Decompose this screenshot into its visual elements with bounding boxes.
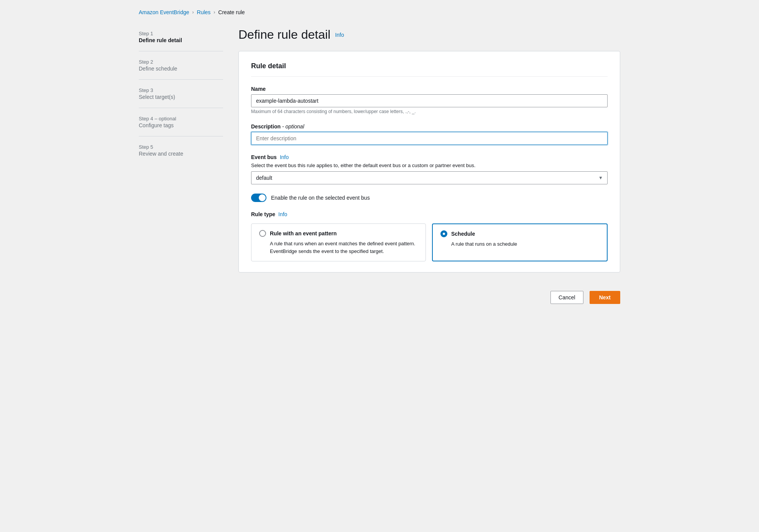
name-input[interactable] (251, 94, 608, 107)
step-4-title: Configure tags (139, 122, 223, 128)
content-area: Define rule detail Info Rule detail Name… (238, 28, 620, 304)
cancel-button[interactable]: Cancel (550, 291, 583, 304)
footer-bar: Cancel Next (238, 285, 620, 304)
rule-detail-card: Rule detail Name Maximum of 64 character… (238, 51, 620, 273)
breadcrumb-sep-2: › (214, 10, 215, 15)
event-pattern-radio[interactable] (259, 230, 266, 237)
step-item-4: Step 4 – optional Configure tags (139, 116, 223, 136)
event-bus-label-row: Event bus Info (251, 154, 608, 160)
event-pattern-header: Rule with an event pattern (259, 230, 418, 237)
toggle-label: Enable the rule on the selected event bu… (271, 195, 370, 201)
step-5-title: Review and create (139, 151, 223, 157)
breadcrumb-home[interactable]: Amazon EventBridge (139, 9, 189, 15)
enable-rule-toggle[interactable] (251, 194, 266, 202)
breadcrumb-sep-1: › (192, 10, 194, 15)
step-1-title: Define rule detail (139, 37, 223, 43)
enable-rule-toggle-row: Enable the rule on the selected event bu… (251, 194, 608, 202)
rule-type-radio-cards: Rule with an event pattern A rule that r… (251, 223, 608, 261)
step-3-label: Step 3 (139, 87, 223, 93)
breadcrumb-rules[interactable]: Rules (197, 9, 211, 15)
page-title: Define rule detail Info (238, 28, 620, 42)
description-input[interactable] (251, 132, 608, 145)
next-button[interactable]: Next (590, 291, 620, 304)
step-2-label: Step 2 (139, 59, 223, 65)
event-bus-select-wrapper: default custom ▼ (251, 171, 608, 184)
card-title: Rule detail (251, 62, 608, 77)
event-pattern-desc: A rule that runs when an event matches t… (259, 240, 418, 255)
step-item-1: Step 1 Define rule detail (139, 31, 223, 51)
event-bus-description: Select the event bus this rule applies t… (251, 163, 608, 168)
description-field-group: Description - optional (251, 123, 608, 145)
step-2-title: Define schedule (139, 66, 223, 72)
event-bus-select[interactable]: default custom (251, 171, 608, 184)
event-bus-info-link[interactable]: Info (280, 154, 289, 160)
schedule-desc: A rule that runs on a schedule (440, 240, 599, 248)
schedule-header: Schedule (440, 230, 599, 237)
stepper: Step 1 Define rule detail Step 2 Define … (139, 28, 223, 164)
step-item-2: Step 2 Define schedule (139, 59, 223, 80)
step-5-label: Step 5 (139, 144, 223, 150)
step-item-3: Step 3 Select target(s) (139, 87, 223, 108)
page-info-link[interactable]: Info (335, 32, 344, 38)
step-4-label: Step 4 – optional (139, 116, 223, 122)
step-item-5: Step 5 Review and create (139, 144, 223, 164)
event-bus-title: Event bus (251, 154, 277, 160)
name-label: Name (251, 86, 608, 92)
step-1-label: Step 1 (139, 31, 223, 36)
name-hint: Maximum of 64 characters consisting of n… (251, 109, 608, 114)
name-field-group: Name Maximum of 64 characters consisting… (251, 86, 608, 114)
rule-type-info-link[interactable]: Info (278, 211, 287, 217)
breadcrumb-current: Create rule (218, 9, 245, 15)
rule-type-schedule-card[interactable]: Schedule A rule that runs on a schedule (432, 223, 608, 261)
schedule-title: Schedule (451, 231, 475, 237)
breadcrumb: Amazon EventBridge › Rules › Create rule (139, 9, 620, 15)
rule-type-section: Rule type Info Rule with an event patter… (251, 211, 608, 261)
rule-type-event-pattern-card[interactable]: Rule with an event pattern A rule that r… (251, 223, 426, 261)
rule-type-label-row: Rule type Info (251, 211, 608, 217)
event-bus-field-group: Event bus Info Select the event bus this… (251, 154, 608, 184)
event-pattern-title: Rule with an event pattern (270, 230, 337, 236)
description-label: Description - optional (251, 123, 608, 130)
step-3-title: Select target(s) (139, 94, 223, 100)
rule-type-title: Rule type (251, 211, 275, 217)
schedule-radio[interactable] (440, 230, 447, 237)
